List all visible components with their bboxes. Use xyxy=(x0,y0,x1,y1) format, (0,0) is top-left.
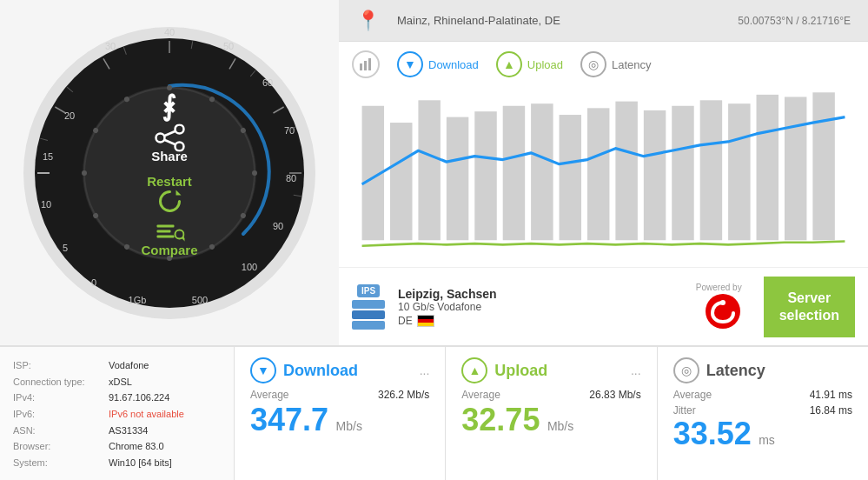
svg-text:5: 5 xyxy=(63,243,68,253)
isp-label: ISP: xyxy=(13,357,104,374)
server-speed: 10 Gb/s Vodafone xyxy=(398,301,683,313)
jitter-value: 16.84 ms xyxy=(810,404,852,417)
latency-legend-icon: ◎ xyxy=(580,51,606,77)
vodafone-area: Powered by xyxy=(696,283,751,331)
upload-stat-panel: ▲ Upload ... Average 26.83 Mb/s 32.75 Mb… xyxy=(446,347,657,480)
download-dots[interactable]: ... xyxy=(420,363,430,377)
isp-info-panel: ISP: Vodafone Connection type: xDSL IPv4… xyxy=(0,347,235,480)
bottom-section: ISP: Vodafone Connection type: xDSL IPv4… xyxy=(0,345,868,480)
svg-text:80: 80 xyxy=(286,173,296,183)
ipv4-label: IPv4: xyxy=(13,390,104,406)
restart-icon-svg xyxy=(156,188,182,212)
svg-line-49 xyxy=(163,139,176,144)
svg-point-47 xyxy=(156,133,164,142)
location-text: Mainz, Rhineland-Palatinate, DE xyxy=(397,14,720,27)
legend-download[interactable]: ▼ Download xyxy=(397,51,479,77)
download-stat-header: ▼ Download ... xyxy=(250,357,429,383)
server-country: DE xyxy=(398,315,683,327)
download-legend-icon: ▼ xyxy=(397,51,423,77)
upload-dots[interactable]: ... xyxy=(631,363,641,377)
svg-rect-66 xyxy=(560,115,581,240)
ipv4-value: 91.67.106.224 xyxy=(109,390,169,406)
svg-rect-71 xyxy=(700,100,722,240)
latency-big-row: 33.52 ms xyxy=(673,418,852,450)
svg-marker-50 xyxy=(176,190,181,195)
country-code: DE xyxy=(398,315,413,327)
svg-rect-73 xyxy=(757,95,779,240)
svg-line-55 xyxy=(182,237,184,241)
upload-avg-label: Average xyxy=(461,389,553,401)
ipv6-label: IPv6: xyxy=(13,406,104,423)
chart-svg xyxy=(352,83,855,263)
server-details: Leipzig, Sachsen 10 Gb/s Vodafone DE xyxy=(398,287,683,327)
svg-rect-62 xyxy=(447,117,468,241)
browser-value: Chrome 83.0 xyxy=(109,438,164,455)
svg-rect-69 xyxy=(644,110,666,240)
svg-rect-74 xyxy=(785,97,806,240)
gauge-container: 0 5 10 15 20 30 40 50 60 70 80 90 100 50… xyxy=(13,17,326,330)
graph-legend: ▼ Download ▲ Upload ◎ Latency xyxy=(352,50,855,78)
download-legend-label: Download xyxy=(428,58,479,71)
flag-de-icon xyxy=(417,315,434,327)
svg-rect-60 xyxy=(390,123,412,240)
system-label: System: xyxy=(13,455,104,471)
legend-upload[interactable]: ▲ Upload xyxy=(496,51,563,77)
top-section: 0 5 10 15 20 30 40 50 60 70 80 90 100 50… xyxy=(0,0,868,345)
graph-area: ▼ Download ▲ Upload ◎ Latency xyxy=(339,42,868,267)
svg-rect-68 xyxy=(615,102,637,241)
server-info-bar: IPS Leipzig, Sachsen 10 Gb/s Vodafone DE… xyxy=(339,267,868,345)
upload-legend-icon: ▲ xyxy=(496,51,522,77)
isp-row-ipv6: IPv6: IPv6 not available xyxy=(13,406,221,423)
svg-text:30: 30 xyxy=(105,41,116,51)
svg-text:100: 100 xyxy=(242,262,257,272)
compare-button[interactable]: Compare xyxy=(141,223,197,257)
download-big-row: 347.7 Mb/s xyxy=(250,404,429,436)
conn-label: Connection type: xyxy=(13,374,104,390)
svg-rect-67 xyxy=(587,108,609,240)
legend-latency[interactable]: ◎ Latency xyxy=(580,51,652,77)
svg-text:1Gb: 1Gb xyxy=(129,295,147,305)
restart-label: Restart xyxy=(147,173,192,188)
latency-avg-value: 41.91 ms xyxy=(810,389,852,401)
asn-value: AS31334 xyxy=(109,423,148,439)
server-icon-group: IPS xyxy=(352,284,385,330)
svg-rect-51 xyxy=(156,224,174,227)
svg-rect-56 xyxy=(360,63,362,70)
upload-unit: Mb/s xyxy=(547,419,573,433)
upload-avg-value: 26.83 Mb/s xyxy=(589,389,640,401)
ipv6-value: IPv6 not available xyxy=(109,406,184,423)
upload-stat-icon: ▲ xyxy=(461,357,487,383)
isp-row-isp: ISP: Vodafone xyxy=(13,357,221,374)
svg-rect-58 xyxy=(368,58,371,70)
jitter-label: Jitter xyxy=(673,404,765,417)
svg-text:10: 10 xyxy=(41,199,51,210)
right-panel: 📍 Mainz, Rhineland-Palatinate, DE 50.007… xyxy=(339,0,868,345)
svg-point-36 xyxy=(252,170,257,176)
ips-badge: IPS xyxy=(357,284,380,297)
server-selection-label: Serverselection xyxy=(779,290,839,323)
graph-icon xyxy=(352,50,380,78)
svg-point-45 xyxy=(175,124,183,133)
coordinates-text: 50.00753°N / 8.21716°E xyxy=(738,15,851,27)
svg-line-48 xyxy=(163,130,176,136)
conn-value: xDSL xyxy=(109,374,132,390)
svg-point-77 xyxy=(720,300,726,305)
isp-row-ipv4: IPv4: 91.67.106.224 xyxy=(13,390,221,406)
svg-rect-64 xyxy=(503,106,525,241)
powered-by-text: Powered by xyxy=(696,283,742,292)
restart-button[interactable]: Restart xyxy=(147,173,192,212)
svg-rect-52 xyxy=(156,230,170,232)
download-avg-row: Average 326.2 Mb/s xyxy=(250,389,429,401)
latency-jitter-row: Jitter 16.84 ms xyxy=(673,404,852,417)
share-button[interactable]: ⨘ Share xyxy=(151,89,188,163)
latency-stat-panel: ◎ Latency Average 41.91 ms Jitter 16.84 … xyxy=(658,347,868,480)
vodafone-logo-icon xyxy=(701,292,745,331)
svg-text:40: 40 xyxy=(164,27,175,37)
svg-text:500: 500 xyxy=(192,295,208,305)
download-avg-value: 326.2 Mb/s xyxy=(378,389,429,401)
svg-text:20: 20 xyxy=(64,110,75,121)
svg-text:50: 50 xyxy=(223,41,234,51)
gauge-center: ⨘ Share Restart xyxy=(141,89,197,257)
chart-wrap xyxy=(352,83,855,263)
server-selection-button[interactable]: Serverselection xyxy=(764,277,855,337)
